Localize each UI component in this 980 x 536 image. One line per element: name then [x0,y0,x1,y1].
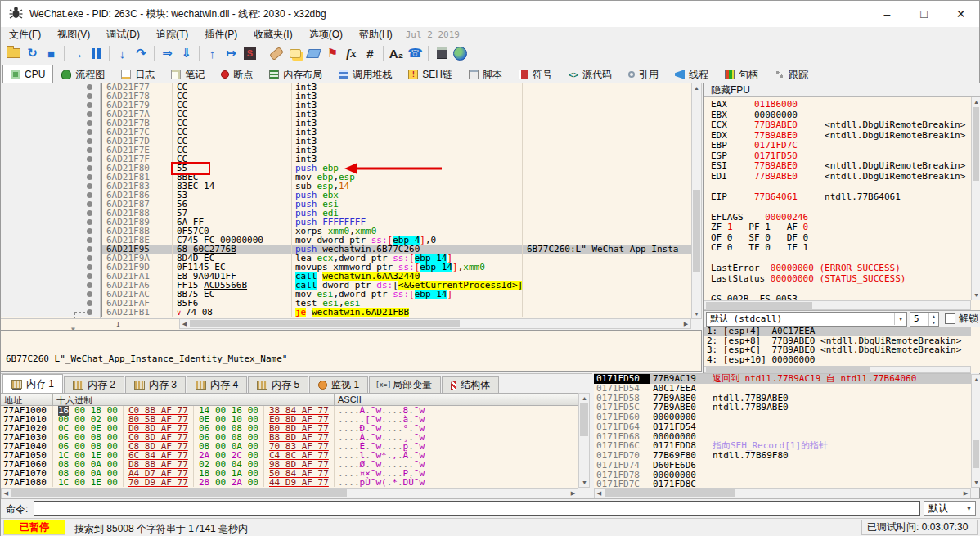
tab-SEH链[interactable]: !SEH链 [400,65,461,83]
stack-row[interactable]: 0171FD6000000000 [594,412,971,422]
dump-hscrollbar[interactable]: ◀ ▶ [1,488,578,498]
register-line[interactable]: EBX 00000000 [711,110,969,121]
disasm-row[interactable]: 6AD21F8EC745 FC 00000000mov dword ptr ss… [1,236,691,245]
register-line[interactable]: LastError 00000000 (ERROR_SUCCESS) [711,263,969,274]
tab-流程图[interactable]: 流程图 [53,65,113,83]
scroll-left-icon[interactable]: ◀ [2,489,11,498]
scroll-left-icon[interactable]: ◀ [595,489,604,498]
menu-item[interactable]: 追踪(T) [148,28,196,42]
breakpoint-gutter[interactable] [1,173,102,182]
scroll-down-icon[interactable]: ▼ [972,478,980,487]
disasm-vscrollbar[interactable]: ▲ ▼ [691,83,702,319]
menu-item[interactable]: 文件(F) [1,28,49,42]
step-over-icon[interactable]: ↷ [132,44,151,63]
breakpoint-gutter[interactable] [1,101,102,110]
registers-vscrollbar[interactable]: ▲ ▼ [971,97,980,300]
strings-icon[interactable]: A₂ [387,44,406,63]
tab-内存布局[interactable]: 内存布局 [261,65,330,83]
disasm-row[interactable]: 6AD21F7ECCint3 [1,146,691,155]
breakpoint-gutter[interactable] [1,290,102,299]
dump-row[interactable]: 77AF10801C 00 1E 0070 D9 AF 7728 00 2A 0… [1,478,578,487]
register-line[interactable]: EDI 77B9ABE0 <ntdll.DbgUiRemoteBreakin> [711,172,969,182]
register-line[interactable]: ESP 0171FD50 [711,151,969,162]
comments-icon[interactable] [285,44,304,63]
scroll-up-icon[interactable]: ▲ [580,394,589,403]
menu-item[interactable]: 视图(V) [49,28,98,42]
run-icon[interactable]: → [68,44,87,63]
register-line[interactable]: EDX 77B9ABE0 <ntdll.DbgUiRemoteBreakin> [711,131,969,142]
breakpoint-gutter[interactable] [1,146,102,155]
labels-icon[interactable] [304,44,323,63]
dump-tab-局部变量[interactable]: [x=]局部变量 [369,376,441,393]
scroll-right-icon[interactable]: ▶ [569,489,578,498]
pause-icon[interactable] [87,44,106,63]
instruction-dot-icon[interactable] [87,102,92,108]
restart-icon[interactable]: ↻ [23,44,42,63]
instruction-dot-icon[interactable] [87,264,92,270]
scylla-icon[interactable]: S [241,44,259,63]
modules-icon[interactable]: ☎ [406,44,425,63]
tab-源代码[interactable]: <>源代码 [560,65,620,83]
disasm-row[interactable]: 6AD21F8653push ebx [1,191,691,200]
menu-item[interactable]: 选项(O) [301,28,351,42]
breakpoint-gutter[interactable] [1,155,102,164]
instruction-dot-icon[interactable] [87,111,92,117]
tab-引用[interactable]: 引用 [620,65,667,83]
disasm-row[interactable]: 6AD21F7DCCint3 [1,137,691,146]
register-line[interactable]: OF 0 SF 0 DF 0 [711,233,969,244]
stack-arguments-list[interactable]: 1: [esp+4] A0C17EEA2: [esp+8] 77B9ABE0 <… [704,327,971,366]
maximize-button[interactable]: □ [906,1,942,27]
register-line[interactable]: CF 0 TF 0 IF 1 [711,243,969,254]
instruction-dot-icon[interactable] [87,282,92,288]
disasm-row[interactable]: 6AD21F8857push edi [1,209,691,218]
memory-dump-view[interactable]: 77AF100016 00 18 00C0 8B AF 7714 00 16 0… [1,406,578,488]
register-line[interactable]: EIP 77B64061 ntdll.77B64061 [711,192,969,203]
disasm-row[interactable]: 6AD21F78CCint3 [1,92,691,101]
instruction-dot-icon[interactable] [87,192,92,198]
breakpoint-gutter[interactable] [1,227,102,236]
stack-row[interactable]: 0171FD7800000000 [594,471,971,480]
register-line[interactable]: EAX 01186000 [711,100,969,110]
disasm-row[interactable]: 6AD21FB1∨ 74 08je wechatwin.6AD21FBB [1,308,691,317]
instruction-dot-icon[interactable] [87,138,92,144]
instruction-dot-icon[interactable] [87,228,92,234]
scroll-down-icon[interactable]: ▼ [972,291,980,300]
instruction-dot-icon[interactable] [87,237,92,243]
breakpoint-gutter[interactable] [1,128,102,137]
tab-跟踪[interactable]: 跟踪 [766,65,816,83]
instruction-dot-icon[interactable] [87,120,92,126]
stack-row[interactable]: 0171FD7077B69F80ntdll.77B69F80 [594,451,971,461]
stack-argument-row[interactable]: 1: [esp+4] A0C17EEA [704,327,971,336]
disasm-row[interactable]: 6AD21F7BCCint3 [1,119,691,128]
dump-tab-内存 4[interactable]: 内存 4 [187,376,247,393]
unlock-checkbox[interactable] [945,313,955,324]
scroll-down-icon[interactable]: ▼ [692,309,701,318]
instruction-dot-icon[interactable] [87,93,92,99]
dump-tab-内存 3[interactable]: 内存 3 [125,376,186,393]
stack-row[interactable]: 0171FD5877B9ABE0ntdll.77B9ABE0 [594,394,971,403]
breakpoint-gutter[interactable] [1,272,102,281]
disasm-row[interactable]: 6AD21F896A FFpush FFFFFFFF [1,218,691,227]
register-line[interactable]: EBP 0171FD7C [711,141,969,151]
instruction-dot-icon[interactable] [87,174,92,180]
step-into-icon[interactable]: ↓ [113,44,132,63]
tab-符号[interactable]: 符号 [510,65,560,83]
scroll-right-icon[interactable]: ▶ [961,489,970,498]
scroll-up-icon[interactable]: ▲ [972,375,980,384]
stack-row[interactable]: 0171FD74D60FE6D6 [594,461,971,471]
instruction-dot-icon[interactable] [87,291,92,297]
menu-item[interactable]: 调试(D) [98,28,148,42]
disasm-row[interactable]: 6AD21F8B0F57C0xorps xmm0,xmm0 [1,227,691,236]
register-line[interactable]: ESI 77B9ABE0 <ntdll.DbgUiRemoteBreakin> [711,161,969,172]
menu-item[interactable]: 插件(P) [196,28,245,42]
stop-icon[interactable]: ■ [42,44,61,63]
tab-句柄[interactable]: 句柄 [717,65,766,83]
instruction-dot-icon[interactable] [87,273,92,279]
instruction-dot-icon[interactable] [87,147,92,153]
disasm-row[interactable]: 6AD21F7CCCint3 [1,128,691,137]
breakpoint-gutter[interactable] [1,110,102,119]
patches-icon[interactable] [267,44,285,63]
instruction-dot-icon[interactable] [87,165,92,171]
instruction-dot-icon[interactable] [87,210,92,216]
disasm-row[interactable]: 6AD21F9A8D4D EClea ecx,dword ptr ss:[ebp… [1,254,691,263]
